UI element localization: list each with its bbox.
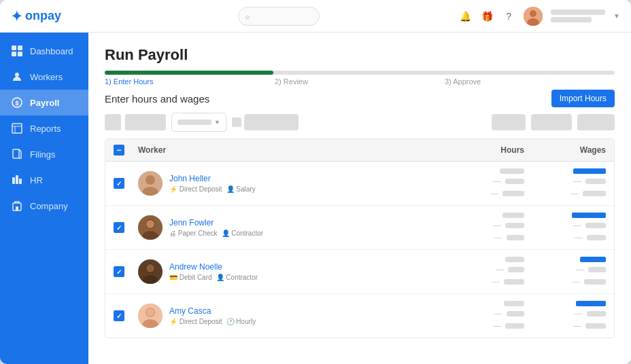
hr-icon	[11, 174, 23, 186]
workers-icon	[11, 71, 23, 83]
search-icon: ⌕	[245, 12, 250, 20]
svg-rect-10	[12, 124, 22, 133]
ctrl-btn-1[interactable]	[492, 114, 526, 130]
sidebar-item-reports[interactable]: Reports	[0, 115, 88, 141]
sidebar-item-label: Reports	[30, 124, 61, 134]
topbar: ✦ onpay ⌕ 🔔 🎁 ? ▼	[0, 0, 631, 33]
row-checkbox-2[interactable]	[114, 266, 138, 277]
progress-container: 1) Enter Hours 2) Review 3) Approve	[105, 71, 615, 86]
logo: ✦ onpay	[11, 8, 99, 24]
hours-sk-3	[504, 279, 524, 285]
wages-bar-1	[572, 213, 606, 218]
table-controls: ▼	[105, 113, 615, 132]
wages-sk-3	[584, 279, 606, 285]
search-area: ⌕	[99, 7, 458, 26]
gift-icon[interactable]: 🎁	[480, 10, 494, 23]
filter-input-1[interactable]	[125, 114, 166, 130]
worker-name-1[interactable]: Jenn Fowler	[169, 218, 263, 228]
worker-type-2: 👤 Contractor	[216, 274, 258, 281]
worker-name-3[interactable]: Amy Casca	[169, 306, 256, 316]
svg-rect-6	[18, 52, 22, 56]
table-controls-right	[492, 114, 615, 130]
table-row: Jenn Fowler 🖨 Paper Check 👤 Contractor —…	[105, 206, 614, 250]
search-filter[interactable]	[232, 114, 299, 130]
svg-point-33	[146, 308, 154, 316]
wages-sk-2	[585, 179, 606, 184]
hours-sk-3	[507, 235, 524, 240]
svg-rect-16	[19, 179, 22, 184]
progress-step-2: 2) Review	[275, 77, 445, 86]
avatar-3	[138, 304, 163, 328]
ctrl-btn-2[interactable]	[531, 114, 572, 130]
worker-info-0: John Heller ⚡ Direct Deposit 👤 Salary	[169, 174, 256, 193]
reports-icon	[11, 122, 23, 134]
svg-point-20	[146, 175, 155, 185]
hours-sk-2	[505, 179, 524, 184]
notification-icon[interactable]: 🔔	[458, 10, 472, 23]
progress-step-3: 3) Approve	[445, 77, 615, 86]
workers-table: Worker Hours Wages	[105, 139, 615, 338]
user-name-line2	[551, 17, 592, 22]
sidebar-item-filings[interactable]: Filings	[0, 141, 88, 167]
dashboard-icon	[11, 45, 23, 57]
table-header: Worker Hours Wages	[105, 139, 614, 162]
filings-icon	[11, 148, 23, 160]
payment-method-0: ⚡ Direct Deposit	[169, 185, 222, 193]
progress-step-1: 1) Enter Hours	[105, 77, 275, 86]
svg-rect-4	[18, 46, 22, 50]
import-hours-button[interactable]: Import Hours	[551, 90, 615, 107]
sidebar-item-label: Payroll	[30, 98, 59, 108]
wages-sk-3	[583, 191, 606, 196]
row-checkbox-3[interactable]	[114, 310, 138, 321]
search-filter-input[interactable]	[244, 114, 299, 130]
row-checkbox-1[interactable]	[114, 222, 138, 233]
user-name-line1	[551, 10, 605, 15]
hours-sk-1	[504, 301, 524, 306]
worker-meta-0: ⚡ Direct Deposit 👤 Salary	[169, 185, 256, 193]
wages-sk-3	[587, 235, 606, 240]
search-box[interactable]: ⌕	[238, 7, 320, 26]
col-worker: Worker	[138, 145, 443, 155]
worker-type-1: 👤 Contractor	[222, 230, 263, 237]
svg-rect-5	[12, 52, 16, 56]
app-window: ✦ onpay ⌕ 🔔 🎁 ? ▼	[0, 0, 631, 364]
svg-point-29	[146, 264, 154, 272]
wages-sk-3	[585, 323, 606, 329]
sidebar-item-label: Workers	[30, 72, 63, 82]
ctrl-btn-3[interactable]	[577, 114, 615, 130]
row-checkbox-0[interactable]	[114, 178, 138, 189]
worker-meta-1: 🖨 Paper Check 👤 Contractor	[169, 230, 263, 237]
sidebar-item-company[interactable]: Company	[0, 193, 88, 219]
wages-cell-0: — —	[524, 168, 606, 198]
user-avatar[interactable]	[524, 7, 543, 26]
svg-rect-15	[16, 175, 18, 184]
svg-text:$: $	[15, 100, 18, 107]
progress-fill	[105, 71, 273, 75]
worker-info-3: Amy Casca ⚡ Direct Deposit 🕐 Hourly	[169, 306, 256, 325]
wages-bar-0	[573, 168, 606, 174]
hours-sk-2	[508, 267, 524, 272]
col-hours: Hours	[443, 145, 524, 155]
wages-cell-2: — —	[524, 257, 606, 287]
help-icon[interactable]: ?	[502, 10, 515, 23]
table-row: John Heller ⚡ Direct Deposit 👤 Salary — …	[105, 162, 614, 206]
search-filter-icon	[232, 117, 241, 127]
select-all-checkbox[interactable]	[114, 145, 138, 156]
avatar-2	[138, 259, 163, 284]
sidebar-item-workers[interactable]: Workers	[0, 64, 88, 90]
hours-cell-2: — —	[443, 257, 524, 287]
dropdown-label	[177, 120, 211, 125]
sidebar-item-hr[interactable]: HR	[0, 167, 88, 193]
svg-point-1	[530, 10, 536, 17]
worker-name-2[interactable]: Andrew Noelle	[169, 262, 258, 272]
dropdown-filter[interactable]: ▼	[171, 113, 226, 132]
sidebar-item-dashboard[interactable]: Dashboard	[0, 38, 88, 64]
hours-sk-2	[507, 311, 524, 316]
section-title: Enter hours and wages	[105, 93, 209, 105]
worker-name-0[interactable]: John Heller	[169, 174, 256, 183]
sidebar: Dashboard Workers $ Payro	[0, 33, 88, 364]
chevron-down-icon[interactable]: ▼	[613, 12, 620, 20]
sidebar-item-payroll[interactable]: $ Payroll	[0, 90, 88, 115]
hours-sk-3	[505, 323, 524, 329]
worker-cell-1: Jenn Fowler 🖨 Paper Check 👤 Contractor	[138, 215, 443, 240]
